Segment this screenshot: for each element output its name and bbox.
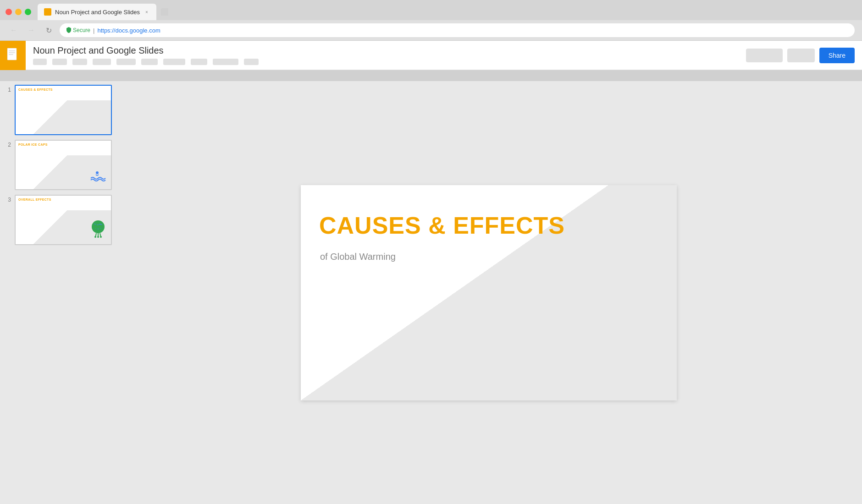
svg-point-9 <box>97 236 99 238</box>
slide-panel: 1 CAUSES & EFFECTS 2 POLAR ICE CAPS <box>0 81 116 504</box>
svg-rect-3 <box>9 50 15 51</box>
slide-view: CAUSES & EFFECTS of Global Warming <box>116 81 862 504</box>
app-logo <box>0 41 26 70</box>
svg-rect-5 <box>9 54 13 55</box>
app-bar: Noun Project and Google Slides Share <box>0 41 862 70</box>
tab-close-button[interactable]: × <box>144 9 150 15</box>
slide-main-subtitle: of Global Warming <box>320 252 396 262</box>
slide-canvas[interactable]: CAUSES & EFFECTS of Global Warming <box>301 185 677 400</box>
secure-badge: Secure <box>66 27 90 33</box>
slide-1-label: CAUSES & EFFECTS <box>18 88 53 91</box>
menu-tools[interactable] <box>191 59 207 65</box>
slide-thumbnail-2[interactable]: POLAR ICE CAPS <box>15 140 112 190</box>
slide-3-label: OVERALL EFFECTS <box>18 198 51 201</box>
polar-icon <box>90 169 106 185</box>
slide-main-title: CAUSES & EFFECTS <box>319 213 565 239</box>
back-button[interactable]: ← <box>7 24 20 37</box>
share-button[interactable]: Share <box>819 48 855 63</box>
app-title: Noun Project and Google Slides <box>33 45 739 56</box>
action-present[interactable] <box>787 49 815 62</box>
app-bar-content: Noun Project and Google Slides <box>26 42 746 69</box>
menu-arrange[interactable] <box>163 59 185 65</box>
maximize-traffic-light[interactable] <box>25 9 31 15</box>
main-content: 1 CAUSES & EFFECTS 2 POLAR ICE CAPS <box>0 81 862 504</box>
svg-point-7 <box>92 220 105 233</box>
address-bar-row: ← → ↻ Secure | https://docs.google.com <box>0 20 862 40</box>
tab-title: Noun Project and Google Slides <box>55 9 140 16</box>
close-traffic-light[interactable] <box>6 9 12 15</box>
tab-bar: Noun Project and Google Slides × <box>0 0 862 20</box>
slide-item-1: 1 CAUSES & EFFECTS <box>4 85 112 135</box>
menu-insert[interactable] <box>93 59 111 65</box>
menu-help[interactable] <box>244 59 259 65</box>
svg-rect-0 <box>161 8 168 16</box>
menu-bar <box>33 59 739 65</box>
minimize-traffic-light[interactable] <box>15 9 22 15</box>
forward-button[interactable]: → <box>25 24 38 37</box>
app-bar-actions: Share <box>746 48 862 63</box>
refresh-button[interactable]: ↻ <box>42 24 55 37</box>
menu-file[interactable] <box>33 59 47 65</box>
toolbar-separator <box>0 70 862 81</box>
slide-thumbnail-1[interactable]: CAUSES & EFFECTS <box>15 85 112 135</box>
menu-slide[interactable] <box>141 59 158 65</box>
action-comments[interactable] <box>746 49 783 62</box>
menu-view[interactable] <box>72 59 87 65</box>
slide-item-2: 2 POLAR ICE CAPS <box>4 140 112 190</box>
active-tab[interactable]: Noun Project and Google Slides × <box>38 4 156 20</box>
slide-thumbnail-3[interactable]: OVERALL EFFECTS <box>15 195 112 245</box>
slide-1-bg <box>16 100 111 134</box>
address-url: https://docs.google.com <box>97 27 160 34</box>
slide-item-3: 3 OVERALL EFFECTS <box>4 195 112 245</box>
slide-2-label: POLAR ICE CAPS <box>18 143 48 146</box>
menu-edit[interactable] <box>52 59 67 65</box>
address-divider: | <box>93 27 94 34</box>
svg-rect-4 <box>9 52 15 53</box>
address-bar[interactable]: Secure | https://docs.google.com <box>60 23 855 37</box>
svg-point-6 <box>96 171 99 174</box>
slide-number-3: 3 <box>4 195 11 203</box>
traffic-lights <box>6 9 31 15</box>
menu-addons[interactable] <box>213 59 238 65</box>
slide-number-1: 1 <box>4 85 11 93</box>
new-tab-button[interactable] <box>158 5 171 18</box>
svg-point-8 <box>94 236 96 238</box>
earth-icon <box>90 219 106 240</box>
svg-point-10 <box>100 236 102 238</box>
menu-format[interactable] <box>116 59 136 65</box>
slide-number-2: 2 <box>4 140 11 148</box>
tab-favicon <box>44 8 51 16</box>
